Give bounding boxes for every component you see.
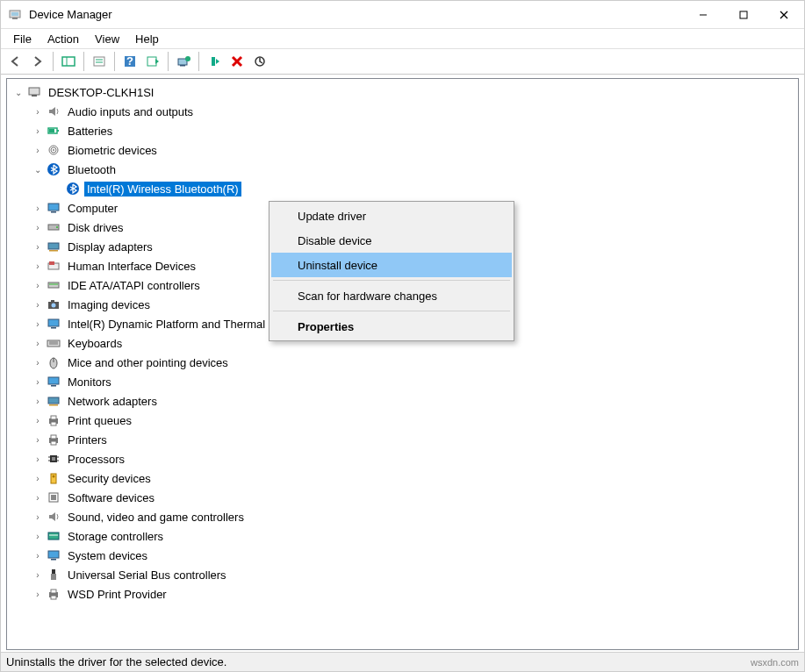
menu-file[interactable]: File bbox=[6, 31, 39, 47]
expand-icon[interactable]: › bbox=[32, 395, 44, 407]
tree-item-label: Print queues bbox=[65, 413, 134, 428]
tree-item-label: WSD Print Provider bbox=[65, 587, 169, 602]
expand-icon[interactable]: › bbox=[32, 375, 44, 388]
tree-item-label: Computer bbox=[65, 201, 120, 216]
svg-rect-60 bbox=[51, 435, 56, 439]
tree-item-printqueues[interactable]: › Print queues bbox=[9, 411, 798, 430]
collapse-icon[interactable]: ⌄ bbox=[32, 163, 44, 175]
printer-icon bbox=[46, 412, 61, 428]
menu-item-scan-hardware[interactable]: Scan for hardware changes bbox=[271, 283, 512, 308]
tree-item-processors[interactable]: › Processors bbox=[9, 449, 798, 468]
svg-rect-36 bbox=[48, 243, 59, 249]
menu-item-disable-device[interactable]: Disable device bbox=[271, 228, 512, 253]
tree-item-sound[interactable]: › Sound, video and game controllers bbox=[9, 507, 798, 526]
cpu-icon bbox=[46, 451, 61, 467]
expand-icon[interactable]: › bbox=[32, 511, 44, 523]
expand-icon[interactable]: › bbox=[32, 202, 44, 214]
tree-item-batteries[interactable]: › Batteries bbox=[9, 121, 798, 140]
tree-root[interactable]: ⌄ DESKTOP-CLKH1SI bbox=[9, 82, 798, 102]
action-button[interactable] bbox=[142, 51, 163, 72]
tree-item-printers[interactable]: › Printers bbox=[9, 430, 798, 449]
tree-item-software[interactable]: › Software devices bbox=[9, 488, 798, 507]
svg-rect-53 bbox=[51, 385, 56, 387]
tree-item-label: Sound, video and game controllers bbox=[65, 510, 247, 525]
tree-item-network[interactable]: › Network adapters bbox=[9, 391, 798, 411]
menu-help[interactable]: Help bbox=[128, 31, 166, 47]
tree-item-audio[interactable]: › Audio inputs and outputs bbox=[9, 102, 798, 121]
tree-item-wsd[interactable]: › WSD Print Provider bbox=[9, 584, 798, 604]
expand-icon[interactable]: › bbox=[32, 530, 44, 542]
svg-rect-40 bbox=[48, 282, 59, 288]
expand-icon[interactable]: › bbox=[32, 453, 44, 465]
tree-item-label: Biometric devices bbox=[65, 143, 160, 158]
tree-item-mice[interactable]: › Mice and other pointing devices bbox=[9, 353, 798, 372]
close-button[interactable] bbox=[764, 1, 804, 28]
expand-icon[interactable]: › bbox=[32, 125, 44, 137]
svg-rect-32 bbox=[48, 204, 59, 211]
menu-action[interactable]: Action bbox=[40, 31, 86, 47]
tree-item-monitors[interactable]: › Monitors bbox=[9, 372, 798, 391]
tree-item-label: Audio inputs and outputs bbox=[65, 104, 196, 119]
expand-icon[interactable]: › bbox=[32, 105, 44, 118]
tree-item-biometric[interactable]: › Biometric devices bbox=[9, 140, 798, 160]
svg-rect-1 bbox=[12, 18, 18, 19]
menu-separator bbox=[273, 311, 510, 311]
expand-icon[interactable]: › bbox=[32, 414, 44, 426]
speaker-icon bbox=[46, 509, 61, 525]
menu-item-uninstall-device[interactable]: Uninstall device bbox=[271, 253, 512, 277]
printer-icon bbox=[46, 432, 61, 447]
tree-item-security[interactable]: › Security devices bbox=[9, 468, 798, 488]
ide-icon bbox=[46, 277, 61, 293]
tree-item-system[interactable]: › System devices bbox=[9, 546, 798, 565]
svg-point-43 bbox=[52, 304, 56, 308]
expand-icon[interactable]: › bbox=[32, 549, 44, 561]
expand-icon[interactable]: › bbox=[32, 298, 44, 311]
menu-item-update-driver[interactable]: Update driver bbox=[271, 204, 512, 228]
tree-item-storage[interactable]: › Storage controllers bbox=[9, 526, 798, 546]
expand-icon[interactable]: › bbox=[32, 221, 44, 233]
device-tree[interactable]: ⌄ DESKTOP-CLKH1SI › Audio inputs and out… bbox=[7, 82, 798, 604]
svg-rect-46 bbox=[51, 327, 56, 329]
tree-item-bluetooth-device[interactable]: Intel(R) Wireless Bluetooth(R) bbox=[9, 179, 798, 198]
expand-icon[interactable]: › bbox=[32, 279, 44, 291]
svg-rect-33 bbox=[51, 211, 56, 213]
expand-icon[interactable]: › bbox=[32, 260, 44, 272]
network-icon bbox=[46, 393, 61, 409]
tree-item-bluetooth[interactable]: ⌄ Bluetooth bbox=[9, 160, 798, 179]
expand-icon[interactable]: › bbox=[32, 356, 44, 368]
status-text: Uninstalls the driver for the selected d… bbox=[6, 655, 226, 668]
svg-rect-77 bbox=[51, 574, 56, 580]
menu-view[interactable]: View bbox=[88, 31, 126, 47]
hid-icon bbox=[46, 258, 61, 274]
minimize-button[interactable] bbox=[683, 1, 723, 28]
expand-icon[interactable]: › bbox=[32, 588, 44, 600]
expand-icon[interactable]: › bbox=[32, 472, 44, 484]
expand-icon[interactable]: › bbox=[32, 568, 44, 581]
expand-icon[interactable]: › bbox=[32, 491, 44, 504]
show-hide-console-button[interactable] bbox=[58, 51, 79, 72]
help-button[interactable]: ? bbox=[119, 51, 140, 72]
security-icon bbox=[46, 470, 61, 486]
expand-icon[interactable]: › bbox=[32, 337, 44, 349]
expand-icon[interactable]: › bbox=[32, 144, 44, 156]
monitor-icon bbox=[46, 200, 61, 216]
maximize-button[interactable] bbox=[723, 1, 764, 28]
back-button[interactable] bbox=[4, 51, 25, 72]
properties-button[interactable] bbox=[89, 51, 110, 72]
monitor-icon bbox=[46, 547, 61, 563]
scan-hardware-button[interactable] bbox=[249, 51, 270, 72]
tree-item-usb[interactable]: › Universal Serial Bus controllers bbox=[9, 565, 798, 584]
menu-item-properties[interactable]: Properties bbox=[271, 314, 512, 339]
svg-rect-55 bbox=[49, 404, 58, 406]
tree-item-label: Display adapters bbox=[65, 239, 155, 254]
svg-rect-75 bbox=[51, 559, 56, 561]
enable-device-button[interactable] bbox=[204, 51, 225, 72]
expand-icon[interactable]: › bbox=[32, 240, 44, 253]
svg-rect-72 bbox=[48, 533, 59, 540]
uninstall-device-button[interactable] bbox=[226, 51, 248, 72]
expand-icon[interactable]: › bbox=[32, 433, 44, 446]
forward-button[interactable] bbox=[27, 51, 48, 72]
collapse-icon[interactable]: ⌄ bbox=[12, 86, 25, 98]
update-driver-button[interactable] bbox=[173, 51, 194, 72]
expand-icon[interactable]: › bbox=[32, 318, 44, 330]
